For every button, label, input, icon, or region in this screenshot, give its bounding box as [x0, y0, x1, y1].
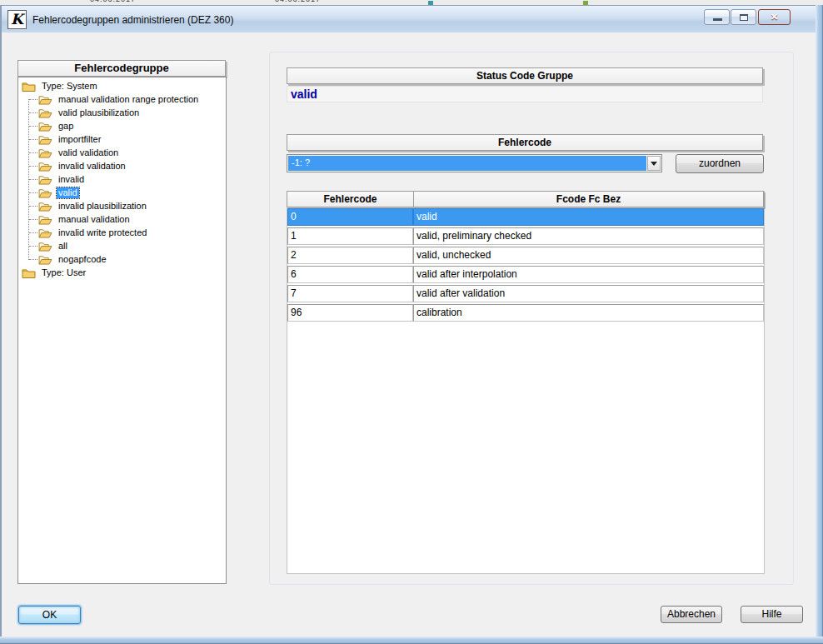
- tree-panel-header: Fehlercodegruppe: [17, 60, 226, 77]
- tree-item-label: gap: [57, 121, 75, 132]
- zuordnen-button[interactable]: zuordnen: [676, 154, 764, 173]
- folder-open-icon: [38, 174, 52, 185]
- tree-item-label: invalid write protected: [57, 227, 148, 238]
- table-cell-code[interactable]: 1: [287, 227, 413, 245]
- tree-connector: [29, 122, 37, 127]
- tree-item-label: valid plausibilization: [57, 107, 141, 118]
- status-code-gruppe-header: Status Code Gruppe: [287, 67, 763, 84]
- tree-item-nogapfcode[interactable]: nogapfcode: [18, 252, 226, 266]
- table-cell-code[interactable]: 6: [287, 266, 413, 283]
- titlebar[interactable]: K Fehlercodegruppen administrieren (DEZ …: [2, 5, 816, 32]
- tree-connector: [29, 255, 37, 260]
- folder-open-icon: [38, 214, 52, 225]
- fehlercode-combobox-value[interactable]: -1: ?: [288, 156, 646, 171]
- table-cell-bez[interactable]: valid, unchecked: [413, 247, 764, 264]
- tree-connector: [29, 95, 37, 100]
- tree-item-invalid[interactable]: invalid: [18, 172, 226, 186]
- tree-item-label: invalid plausibilization: [57, 201, 148, 212]
- tree-connector: [29, 162, 37, 167]
- table-column-header-fcode-fc-bez: Fcode Fc Bez: [413, 191, 764, 207]
- tree-item-manual-validation-range-protection[interactable]: manual validation range protection: [18, 92, 226, 106]
- tree-connector: [29, 242, 37, 247]
- table-cell-bez[interactable]: valid: [413, 208, 764, 226]
- window-border-right: [816, 5, 823, 644]
- tree-item-label: nogapfcode: [57, 254, 108, 265]
- table-cell-code[interactable]: 96: [287, 304, 413, 322]
- table-cell-bez[interactable]: calibration: [413, 304, 764, 322]
- fehlercode-combobox-dropdown-button[interactable]: [647, 156, 661, 171]
- tree-item-label: invalid: [57, 174, 86, 185]
- tree-connector: [29, 108, 37, 113]
- close-button[interactable]: ✕: [758, 9, 791, 25]
- folder-closed-icon: [22, 81, 36, 92]
- tree-item-gap[interactable]: gap: [18, 119, 226, 132]
- folder-open-icon: [38, 254, 52, 265]
- tree-item-all[interactable]: all: [18, 239, 226, 252]
- tree-item-importfilter[interactable]: importfilter: [18, 132, 226, 146]
- window-border-bottom: [0, 637, 823, 644]
- table-column-header-fehlercode: Fehlercode: [287, 191, 414, 207]
- folder-open-icon: [38, 227, 52, 238]
- chevron-down-icon: [651, 162, 657, 166]
- folder-open-icon: [38, 94, 52, 105]
- tree-item-label: all: [57, 241, 69, 252]
- maximize-icon: [740, 14, 748, 21]
- fehlercode-header: Fehlercode: [287, 134, 763, 151]
- tree-item-label: importfilter: [57, 134, 102, 145]
- folder-open-icon: [38, 187, 52, 198]
- fehlercode-combobox[interactable]: -1: ?: [287, 154, 662, 172]
- tree-item-label: valid: [57, 187, 79, 198]
- tree-item-label: manual validation: [57, 214, 132, 225]
- tree-connector: [29, 188, 37, 193]
- table-cell-bez[interactable]: valid, preliminary checked: [413, 227, 764, 245]
- tree-connector: [29, 202, 37, 207]
- tree-item-label: manual validation range protection: [57, 94, 200, 105]
- tree-connector: [29, 135, 37, 140]
- tree-item-label: invalid validation: [57, 161, 127, 172]
- folder-open-icon: [38, 201, 52, 212]
- background-date-fragment: 04.06.2017: [275, 0, 321, 3]
- folder-closed-icon: [22, 267, 36, 278]
- table-cell-code[interactable]: 2: [287, 247, 413, 264]
- folder-open-icon: [38, 241, 52, 252]
- tree-connector-line: [28, 99, 29, 260]
- folder-open-icon: [38, 161, 52, 172]
- tree-item-label: valid validation: [57, 147, 120, 158]
- background-date-fragment: 04.06.2017: [90, 0, 136, 3]
- minimize-icon: [713, 18, 722, 21]
- tree-connector: [29, 175, 37, 180]
- tree-item-label: Type: System: [40, 81, 99, 92]
- folder-open-icon: [38, 147, 52, 158]
- help-button[interactable]: Hilfe: [741, 606, 803, 623]
- tree-connector: [29, 228, 37, 233]
- tree-item-invalid-validation[interactable]: invalid validation: [18, 159, 226, 172]
- tree-item-invalid-write-protected[interactable]: invalid write protected: [18, 226, 226, 239]
- tree-item-valid-plausibilization[interactable]: valid plausibilization: [18, 106, 226, 119]
- minimize-button[interactable]: [704, 9, 730, 25]
- window-border-left: [0, 5, 2, 644]
- table-cell-code[interactable]: 0: [287, 208, 413, 226]
- window-title: Fehlercodegruppen administrieren (DEZ 36…: [32, 6, 233, 32]
- tree-item-valid-validation[interactable]: valid validation: [18, 146, 226, 159]
- status-code-gruppe-value: valid: [287, 86, 763, 102]
- tree-item-label: Type: User: [40, 267, 87, 278]
- tree-connector: [29, 215, 37, 220]
- tree-item-type-system[interactable]: Type: System: [18, 79, 226, 92]
- app-icon: K: [7, 10, 27, 29]
- maximize-button[interactable]: [731, 9, 756, 25]
- table-cell-bez[interactable]: valid after validation: [413, 285, 764, 302]
- table-cell-code[interactable]: 7: [287, 285, 413, 302]
- tree-item-invalid-plausibilization[interactable]: invalid plausibilization: [18, 199, 226, 212]
- folder-open-icon: [38, 134, 52, 145]
- cancel-button[interactable]: Abbrechen: [661, 606, 722, 623]
- folder-open-icon: [38, 121, 52, 132]
- tree-item-valid-selected[interactable]: valid: [18, 186, 226, 199]
- ok-button[interactable]: OK: [18, 606, 81, 624]
- table-cell-bez[interactable]: valid after interpolation: [413, 266, 764, 283]
- tree-connector: [29, 148, 37, 153]
- fehlercodegruppe-tree: Type: System manual validation range pro…: [17, 77, 227, 584]
- tree-item-manual-validation[interactable]: manual validation: [18, 212, 226, 226]
- folder-open-icon: [38, 107, 52, 118]
- tree-item-type-user[interactable]: Type: User: [18, 266, 226, 279]
